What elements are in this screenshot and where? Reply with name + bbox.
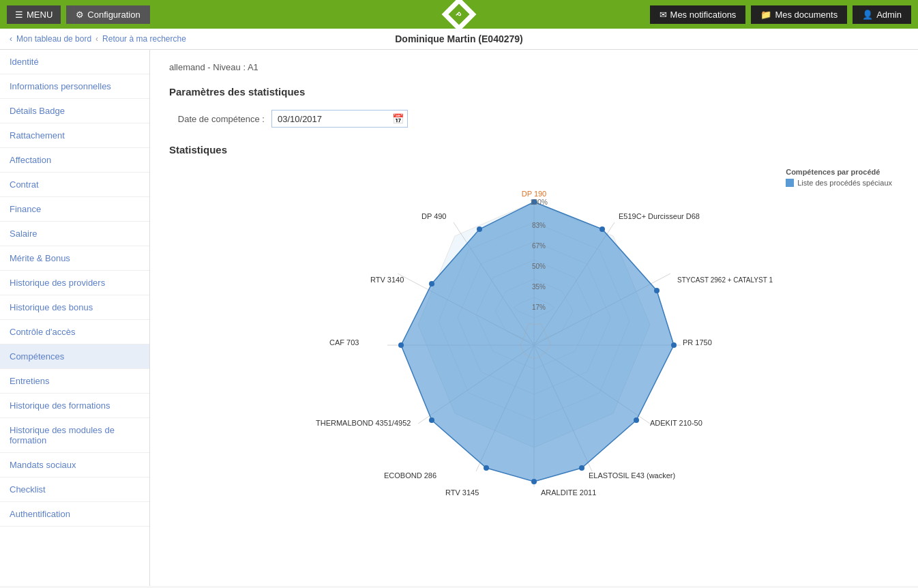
svg-point-28 xyxy=(429,281,434,286)
documents-label: Mes documents xyxy=(775,10,838,20)
config-button[interactable]: ⚙ Configuration xyxy=(66,5,149,24)
folder-icon: 📁 xyxy=(760,10,771,20)
menu-label: MENU xyxy=(27,10,53,20)
sidebar-item-historique-des-providers[interactable]: Historique des providers xyxy=(0,271,149,295)
page-title: Dominique Martin (E040279) xyxy=(395,33,523,44)
svg-text:DP 490: DP 490 xyxy=(421,212,447,220)
legend-title: Compétences par procédé xyxy=(786,168,892,176)
date-input[interactable] xyxy=(278,114,392,124)
calendar-icon[interactable]: 📅 xyxy=(392,113,404,124)
top-nav: ☰ MENU ⚙ Configuration P ✉ Mes notificat… xyxy=(0,0,918,29)
svg-point-21 xyxy=(671,342,677,348)
breadcrumb-dashboard[interactable]: Mon tableau de bord xyxy=(16,34,91,44)
sidebar-item-salaire[interactable]: Salaire xyxy=(0,222,149,246)
svg-point-20 xyxy=(654,288,660,293)
chart-legend: Compétences par procédé Liste des procéd… xyxy=(786,168,892,187)
sidebar-item-historique-des-formations[interactable]: Historique des formations xyxy=(0,394,149,418)
svg-point-24 xyxy=(531,479,537,484)
radar-axis-labels: DP 190 xyxy=(522,190,547,198)
radar-chart: 100% 83% 67% 50% 35% 17% DP 190 E519C+ D… xyxy=(295,168,773,509)
svg-text:17%: 17% xyxy=(532,304,546,311)
breadcrumb-arrow: ‹ xyxy=(10,34,12,44)
svg-text:ARALDITE 2011: ARALDITE 2011 xyxy=(541,488,596,497)
sidebar-item-historique-des-modules-de-formation[interactable]: Historique des modules de formation xyxy=(0,418,149,453)
user-icon: 👤 xyxy=(862,10,873,20)
sidebar-item-contrat[interactable]: Contrat xyxy=(0,173,149,197)
date-input-wrap[interactable]: 📅 xyxy=(271,110,408,128)
gear-icon: ⚙ xyxy=(76,10,84,20)
logo: P xyxy=(447,2,471,27)
svg-text:50%: 50% xyxy=(532,263,546,270)
svg-point-26 xyxy=(429,417,434,423)
breadcrumb-search[interactable]: Retour à ma recherche xyxy=(102,34,186,44)
sidebar-item-rattachement[interactable]: Rattachement xyxy=(0,123,149,148)
svg-text:E519C+ Durcisseur D68: E519C+ Durcisseur D68 xyxy=(619,212,700,220)
sidebar-item-checklist[interactable]: Checklist xyxy=(0,477,149,502)
notifications-label: Mes notifications xyxy=(670,10,737,20)
menu-button[interactable]: ☰ MENU xyxy=(7,5,61,24)
chart-section-title: Statistiques xyxy=(169,144,899,156)
date-label: Date de compétence : xyxy=(169,114,265,124)
main-layout: IdentitéInformations personnellesDétails… xyxy=(0,50,918,586)
chart-wrapper: Compétences par procédé Liste des procéd… xyxy=(169,168,899,509)
admin-label: Admin xyxy=(876,10,902,20)
sidebar-item-authentification[interactable]: Authentification xyxy=(0,502,149,527)
svg-text:STYCAST 2962 + CATALYST 14 ou : STYCAST 2962 + CATALYST 14 ou 17 xyxy=(677,276,773,284)
breadcrumb-sep1: ‹ xyxy=(95,34,98,44)
envelope-icon: ✉ xyxy=(660,10,667,20)
svg-point-19 xyxy=(599,226,605,232)
admin-button[interactable]: 👤 Admin xyxy=(853,5,911,24)
legend-item-label: Liste des procédés spéciaux xyxy=(797,179,892,187)
sidebar-item-mandats-sociaux[interactable]: Mandats sociaux xyxy=(0,453,149,477)
svg-text:83%: 83% xyxy=(532,222,546,229)
legend-item: Liste des procédés spéciaux xyxy=(786,179,892,187)
svg-point-22 xyxy=(634,417,639,423)
breadcrumb: ‹ Mon tableau de bord ‹ Retour à ma rech… xyxy=(0,29,918,50)
svg-text:RTV 3140: RTV 3140 xyxy=(370,276,404,284)
svg-point-25 xyxy=(484,465,489,471)
svg-text:DP 190: DP 190 xyxy=(522,190,547,198)
sidebar: IdentitéInformations personnellesDétails… xyxy=(0,50,150,586)
svg-point-27 xyxy=(398,342,404,348)
sidebar-item-comptences[interactable]: Compétences xyxy=(0,344,149,369)
date-row: Date de compétence : 📅 xyxy=(169,110,899,128)
legend-color-box xyxy=(786,179,794,187)
sidebar-item-historique-des-bonus[interactable]: Historique des bonus xyxy=(0,295,149,320)
svg-text:THERMALBOND 4351/4952: THERMALBOND 4351/4952 xyxy=(316,419,411,427)
sidebar-item-affectation[interactable]: Affectation xyxy=(0,148,149,173)
svg-point-23 xyxy=(579,465,584,471)
sidebar-item-informations-personnelles[interactable]: Informations personnelles xyxy=(0,74,149,99)
hamburger-icon: ☰ xyxy=(15,10,23,20)
stats-params-title: Paramètres des statistiques xyxy=(169,86,899,98)
svg-text:ADEKIT 210-50: ADEKIT 210-50 xyxy=(650,419,702,427)
documents-button[interactable]: 📁 Mes documents xyxy=(751,5,847,24)
sidebar-item-contrle-daccs[interactable]: Contrôle d'accès xyxy=(0,320,149,344)
svg-text:67%: 67% xyxy=(532,242,546,250)
sidebar-item-identit[interactable]: Identité xyxy=(0,50,149,74)
language-info: allemand - Niveau : A1 xyxy=(169,62,899,72)
sidebar-item-dtails-badge[interactable]: Détails Badge xyxy=(0,99,149,123)
notifications-button[interactable]: ✉ Mes notifications xyxy=(650,5,746,24)
config-label: Configuration xyxy=(87,10,140,20)
main-content: allemand - Niveau : A1 Paramètres des st… xyxy=(150,50,918,586)
sidebar-item-mrite--bonus[interactable]: Mérite & Bonus xyxy=(0,246,149,271)
svg-text:35%: 35% xyxy=(532,283,546,291)
sidebar-item-entretiens[interactable]: Entretiens xyxy=(0,369,149,394)
svg-text:ELASTOSIL E43 (wacker): ELASTOSIL E43 (wacker) xyxy=(589,471,675,480)
svg-text:CAF 703: CAF 703 xyxy=(329,338,359,347)
svg-text:RTV 3145: RTV 3145 xyxy=(445,488,479,497)
svg-text:ECOBOND 286: ECOBOND 286 xyxy=(384,471,436,480)
svg-text:PR 1750: PR 1750 xyxy=(683,338,712,347)
sidebar-item-finance[interactable]: Finance xyxy=(0,197,149,222)
svg-point-29 xyxy=(477,226,482,232)
svg-text:100%: 100% xyxy=(530,199,548,206)
